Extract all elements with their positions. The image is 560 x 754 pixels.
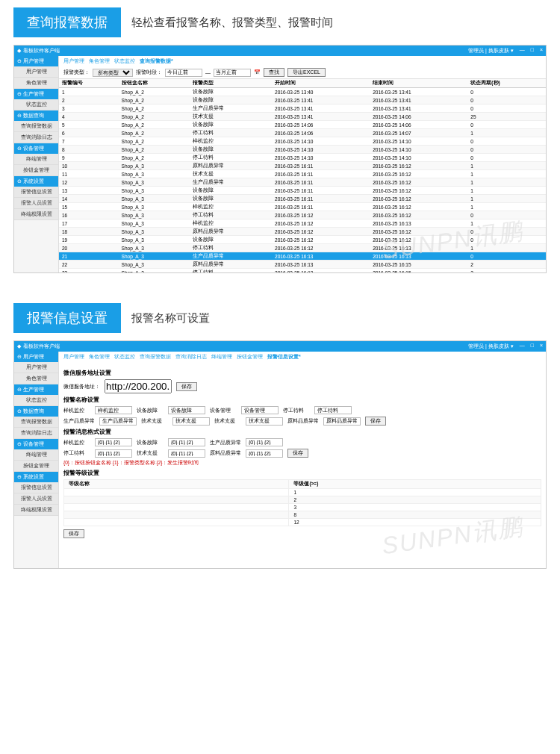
tab[interactable]: 查询消除日志	[175, 353, 207, 361]
sidebar-item[interactable]: 终端权限设置	[14, 505, 58, 516]
tab[interactable]: 角色管理	[89, 57, 110, 65]
tab[interactable]: 查询报警数据*	[140, 57, 173, 65]
table-row[interactable]: 18Shop_A_3原料品质异常2016-03-25 16:122016-03-…	[59, 228, 546, 236]
sidebar-item[interactable]: 按钮盒管理	[14, 165, 58, 176]
save-button[interactable]: 保存	[63, 529, 84, 538]
table-row[interactable]: 11Shop_A_3技术支援2016-03-25 16:112016-03-25…	[59, 170, 546, 178]
sidebar-item[interactable]: 用户管理	[14, 362, 58, 373]
sidebar-group[interactable]: 用户管理	[14, 56, 58, 66]
tab[interactable]: 用户管理	[63, 353, 84, 361]
sidebar-item[interactable]: 报警人员设置	[14, 198, 58, 209]
sidebar-item[interactable]: 用户管理	[14, 66, 58, 78]
maximize-icon[interactable]: □	[531, 47, 534, 54]
sidebar-item[interactable]: 终端管理	[14, 449, 58, 461]
table-row[interactable]: 12	[64, 519, 541, 526]
field-input[interactable]	[95, 406, 132, 414]
sidebar-item[interactable]: 查询报警数据	[14, 121, 58, 132]
table-row[interactable]: 5Shop_A_2设备故障2016-03-25 14:062016-03-25 …	[59, 121, 546, 129]
sidebar-item[interactable]: 查询消除日志	[14, 428, 58, 439]
table-row[interactable]: 17Shop_A_3样机监控2016-03-25 16:122016-03-25…	[59, 219, 546, 228]
table-row[interactable]: 22Shop_A_3原料品质异常2016-03-25 16:132016-03-…	[59, 261, 546, 269]
table-row[interactable]: 21Shop_A_3生产品质异常2016-03-25 16:132016-03-…	[59, 252, 546, 261]
table-row[interactable]: 16Shop_A_3停工待料2016-03-25 16:122016-03-25…	[59, 211, 546, 219]
sidebar-group[interactable]: 系统设置	[14, 176, 58, 187]
user-info[interactable]: 管理员 | 换肤皮肤 ▾	[468, 343, 514, 350]
sidebar-item[interactable]: 终端权限设置	[14, 209, 58, 220]
field-input[interactable]	[314, 406, 352, 414]
field-input[interactable]	[168, 406, 205, 414]
calendar-icon[interactable]: 📅	[254, 69, 261, 75]
table-row[interactable]: 3Shop_A_2生产品质异常2016-03-25 13:412016-03-2…	[59, 105, 546, 113]
data-table-wrap[interactable]: 报警编号按钮盒名称报警类型开始时间结束时间状态周期(秒) 1Shop_A_2设备…	[59, 78, 546, 272]
tab[interactable]: 终端管理	[211, 353, 232, 361]
table-row[interactable]: 8Shop_A_2设备故障2016-03-25 14:102016-03-25 …	[59, 146, 546, 154]
user-info[interactable]: 管理员 | 换肤皮肤 ▾	[468, 47, 514, 54]
sidebar-item[interactable]: 终端管理	[14, 154, 58, 165]
column-header[interactable]: 状态周期(秒)	[467, 79, 546, 88]
field-input[interactable]	[241, 406, 279, 414]
field-input[interactable]	[95, 449, 132, 458]
sidebar-group[interactable]: 用户管理	[14, 352, 58, 362]
table-row[interactable]: 3	[64, 504, 541, 511]
field-input[interactable]	[246, 417, 283, 426]
table-row[interactable]: 12Shop_A_3生产品质异常2016-03-25 16:112016-03-…	[59, 178, 546, 187]
table-row[interactable]: 15Shop_A_3样机监控2016-03-25 16:112016-03-25…	[59, 203, 546, 211]
save-button[interactable]: 保存	[176, 382, 197, 391]
tab[interactable]: 按钮盒管理	[237, 353, 263, 361]
table-row[interactable]: 2Shop_A_2设备故障2016-03-25 13:412016-03-25 …	[59, 96, 546, 105]
table-row[interactable]: 7Shop_A_2样机监控2016-03-25 14:102016-03-25 …	[59, 137, 546, 146]
tab[interactable]: 报警信息设置*	[267, 353, 301, 361]
date-to-input[interactable]	[214, 69, 251, 77]
date-from-input[interactable]	[165, 69, 202, 77]
sidebar-group[interactable]: 生产管理	[14, 384, 58, 395]
table-row[interactable]: 23Shop_A_3停工待料2016-03-25 16:132016-03-25…	[59, 269, 546, 273]
column-header[interactable]: 按钮盒名称	[119, 79, 190, 88]
field-input[interactable]	[246, 449, 283, 458]
table-row[interactable]: 9Shop_A_2停工待料2016-03-25 14:102016-03-25 …	[59, 154, 546, 162]
table-row[interactable]: 1Shop_A_2设备故障2016-03-25 13:402016-03-25 …	[59, 88, 546, 96]
sidebar-group[interactable]: 设备管理	[14, 143, 58, 154]
field-input[interactable]	[95, 438, 132, 446]
field-input[interactable]	[168, 449, 205, 458]
sidebar-group[interactable]: 数据查询	[14, 110, 58, 121]
field-input[interactable]	[323, 417, 361, 426]
table-row[interactable]: 4Shop_A_2技术支援2016-03-25 13:412016-03-25 …	[59, 113, 546, 121]
tab[interactable]: 状态监控	[114, 353, 135, 361]
field-input[interactable]	[168, 438, 205, 446]
sidebar-item[interactable]: 角色管理	[14, 373, 58, 384]
table-row[interactable]: 6Shop_A_2停工待料2016-03-25 14:062016-03-25 …	[59, 129, 546, 137]
column-header[interactable]: 开始时间	[272, 79, 370, 88]
table-row[interactable]: 13Shop_A_3设备故障2016-03-25 16:112016-03-25…	[59, 187, 546, 195]
column-header[interactable]: 报警类型	[190, 79, 273, 88]
field-input[interactable]	[246, 438, 283, 446]
tab[interactable]: 角色管理	[89, 353, 110, 361]
sidebar-group[interactable]: 设备管理	[14, 439, 58, 449]
sidebar-item[interactable]: 报警信息设置	[14, 187, 58, 198]
table-row[interactable]: 8	[64, 511, 541, 519]
sidebar-group[interactable]: 数据查询	[14, 406, 58, 417]
column-header[interactable]: 结束时间	[370, 79, 467, 88]
tab[interactable]: 状态监控	[114, 57, 135, 65]
table-row[interactable]: 20Shop_A_3停工待料2016-03-25 16:122016-03-25…	[59, 244, 546, 252]
table-row[interactable]: 10Shop_A_3原料品质异常2016-03-25 16:112016-03-…	[59, 162, 546, 170]
tab[interactable]: 用户管理	[63, 57, 84, 65]
save-button[interactable]: 保存	[287, 449, 308, 458]
sidebar-item[interactable]: 按钮盒管理	[14, 461, 58, 472]
sidebar-group[interactable]: 系统设置	[14, 472, 58, 482]
field-input[interactable]	[172, 417, 210, 426]
sidebar-item[interactable]: 状态监控	[14, 395, 58, 406]
sidebar-item[interactable]: 报警人员设置	[14, 493, 58, 505]
table-row[interactable]: 14Shop_A_3设备故障2016-03-25 16:112016-03-25…	[59, 195, 546, 203]
table-row[interactable]: 19Shop_A_3设备故障2016-03-25 16:122016-03-25…	[59, 236, 546, 244]
table-row[interactable]: 1	[64, 489, 541, 496]
column-header[interactable]: 报警编号	[59, 79, 119, 88]
tab[interactable]: 查询报警数据	[140, 353, 171, 361]
sidebar-item[interactable]: 角色管理	[14, 78, 58, 89]
field-input[interactable]	[99, 417, 137, 426]
close-icon[interactable]: ×	[540, 47, 543, 54]
table-row[interactable]: 2	[64, 496, 541, 504]
minimize-icon[interactable]: —	[520, 47, 525, 54]
sidebar-item[interactable]: 查询消除日志	[14, 132, 58, 143]
minimize-icon[interactable]: —	[520, 343, 525, 350]
sidebar-item[interactable]: 查询报警数据	[14, 417, 58, 428]
